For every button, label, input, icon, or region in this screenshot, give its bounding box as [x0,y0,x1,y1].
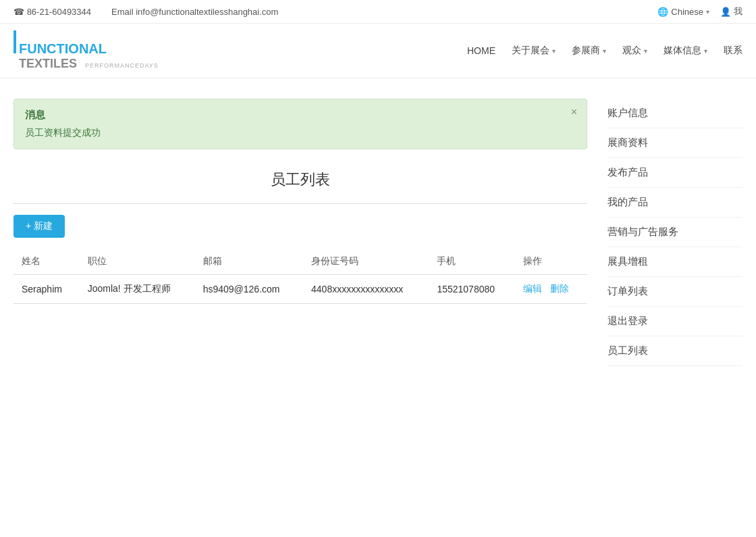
delete-link[interactable]: 删除 [550,283,569,294]
user-menu[interactable]: 👤 我 [720,5,742,18]
top-right-actions: 🌐 Chinese ▾ 👤 我 [657,5,742,18]
phone-icon: ☎ [14,7,24,17]
user-icon: 👤 [720,7,731,17]
nav-item-exhibitor-label: 参展商 [572,45,600,57]
logo-textiles-row: TEXTILES PERFORMANCEDAYS [19,57,159,71]
col-id: 身份证号码 [303,249,429,275]
nav-item-media-label: 媒体信息 [664,45,701,57]
logo-sub-text: PERFORMANCEDAYS [85,62,159,69]
main-layout: 消息 员工资料提交成功 × 员工列表 + 新建 姓名 职位 邮箱 身份证号码 手… [0,78,756,386]
col-name: 姓名 [14,249,80,275]
sidebar: 账户信息 展商资料 发布产品 我的产品 营销与广告服务 展具增租 订单列表 退出… [608,99,742,366]
nav-item-contact[interactable]: 联系 [724,45,742,57]
nav-item-about-label: 关于展会 [512,45,549,57]
cell-id: 4408xxxxxxxxxxxxxxx [303,275,429,304]
col-email: 邮箱 [195,249,303,275]
language-label: Chinese [671,7,703,17]
cell-position: Joomla! 开发工程师 [80,275,195,304]
nav-chevron-exhibitor: ▾ [603,47,606,55]
sidebar-item-my-products[interactable]: 我的产品 [608,188,742,218]
employee-table: 姓名 职位 邮箱 身份证号码 手机 操作 Seraphim Joomla! 开发… [14,249,587,304]
alert-close-button[interactable]: × [571,106,577,118]
logo-top: FUNCTIONAL TEXTILES PERFORMANCEDAYS [14,30,159,71]
new-employee-button[interactable]: + 新建 [14,215,65,238]
sidebar-item-publish-product[interactable]: 发布产品 [608,158,742,188]
globe-icon: 🌐 [657,7,668,17]
phone-contact: ☎ 86-21-60493344 [14,7,91,17]
edit-link[interactable]: 编辑 [523,283,542,294]
cell-email: hs9409@126.com [195,275,303,304]
logo-bar-decoration [14,30,16,53]
col-phone: 手机 [429,249,515,275]
table-row: Seraphim Joomla! 开发工程师 hs9409@126.com 44… [14,275,587,304]
alert-message: 员工资料提交成功 [25,127,576,139]
nav-item-exhibitor[interactable]: 参展商 ▾ [572,45,606,57]
alert-title: 消息 [25,109,576,122]
nav-bar: FUNCTIONAL TEXTILES PERFORMANCEDAYS HOME… [0,24,756,78]
cell-actions: 编辑 删除 [515,275,587,304]
nav-item-about[interactable]: 关于展会 ▾ [512,45,556,57]
content-area: 消息 员工资料提交成功 × 员工列表 + 新建 姓名 职位 邮箱 身份证号码 手… [14,99,587,366]
nav-item-visitor[interactable]: 观众 ▾ [622,45,647,57]
site-logo[interactable]: FUNCTIONAL TEXTILES PERFORMANCEDAYS [14,30,159,71]
user-label: 我 [734,5,742,18]
language-chevron: ▾ [706,8,709,16]
sidebar-item-account[interactable]: 账户信息 [608,99,742,128]
sidebar-item-employee-list[interactable]: 员工列表 [608,336,742,366]
language-selector[interactable]: 🌐 Chinese ▾ [657,7,709,17]
email-contact: Email info@functionaltextilesshanghai.co… [111,7,278,17]
email-label: Email [111,7,134,17]
col-actions: 操作 [515,249,587,275]
table-header-row: 姓名 职位 邮箱 身份证号码 手机 操作 [14,249,587,275]
logo-textiles-text: TEXTILES [19,57,77,70]
sidebar-item-exhibit-rental[interactable]: 展具增租 [608,247,742,277]
cell-phone: 15521078080 [429,275,515,304]
sidebar-item-orders[interactable]: 订单列表 [608,277,742,307]
phone-number: 86-21-60493344 [27,7,91,17]
sidebar-item-logout[interactable]: 退出登录 [608,307,742,336]
sidebar-item-marketing[interactable]: 营销与广告服务 [608,218,742,247]
sidebar-item-exhibitor-profile[interactable]: 展商资料 [608,128,742,158]
table-head: 姓名 职位 邮箱 身份证号码 手机 操作 [14,249,587,275]
alert-success: 消息 员工资料提交成功 × [14,99,587,149]
email-address: info@functionaltextilesshanghai.com [136,7,278,17]
nav-item-home[interactable]: HOME [467,45,495,56]
nav-chevron-media: ▾ [704,47,707,55]
main-nav: HOME 关于展会 ▾ 参展商 ▾ 观众 ▾ 媒体信息 ▾ 联系 [467,45,742,57]
nav-item-media[interactable]: 媒体信息 ▾ [664,45,707,57]
title-divider [14,203,587,204]
nav-chevron-visitor: ▾ [644,47,647,55]
section-title: 员工列表 [14,170,587,190]
nav-chevron-about: ▾ [552,47,556,55]
logo-functional-text: FUNCTIONAL [19,41,107,56]
logo-functional: FUNCTIONAL [19,41,159,57]
logo-text-block: FUNCTIONAL TEXTILES PERFORMANCEDAYS [19,41,159,71]
col-position: 职位 [80,249,195,275]
top-bar: ☎ 86-21-60493344 Email info@functionalte… [0,0,756,24]
nav-item-visitor-label: 观众 [622,45,641,57]
table-body: Seraphim Joomla! 开发工程师 hs9409@126.com 44… [14,275,587,304]
cell-name: Seraphim [14,275,80,304]
